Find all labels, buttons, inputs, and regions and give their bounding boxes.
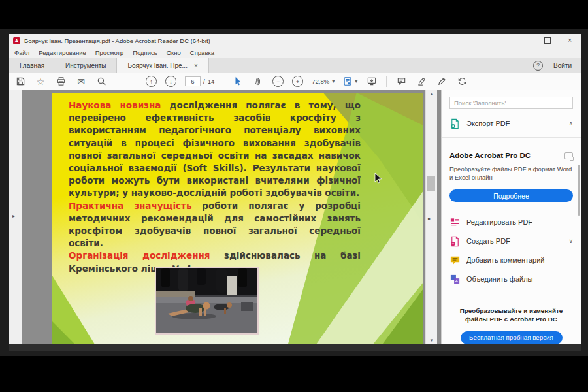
scroll-up-icon[interactable]: ▲ <box>426 92 437 96</box>
create-pdf-label: Создать PDF <box>466 237 510 245</box>
close-button[interactable]: × <box>568 37 572 44</box>
comment-tool-icon[interactable] <box>395 76 407 88</box>
add-comment-item[interactable]: Добавить комментарий <box>449 251 573 270</box>
scroll-down-icon[interactable]: ▼ <box>426 338 437 342</box>
highlight-tool-icon[interactable] <box>416 76 427 88</box>
menu-view[interactable]: Просмотр <box>95 49 123 56</box>
search-icon[interactable] <box>95 76 107 88</box>
edit-pdf-label: Редактировать PDF <box>466 218 532 226</box>
export-pdf-item[interactable]: Экспорт PDF ∧ <box>449 118 573 129</box>
menu-bar: Файл Редактирование Просмотр Подпись Окн… <box>9 47 581 58</box>
star-icon[interactable]: ☆ <box>35 76 46 88</box>
combine-files-item[interactable]: Объединить файлы <box>449 270 573 289</box>
window-bottom-edge <box>9 344 581 351</box>
menu-help[interactable]: Справка <box>190 49 214 56</box>
page-total: 14 <box>208 78 215 85</box>
slide-text-block: Наукова новизна дослідження полягає в то… <box>69 99 361 275</box>
select-tool-icon[interactable] <box>232 76 244 88</box>
combine-files-icon <box>449 274 461 285</box>
chevron-up-icon[interactable]: ∧ <box>568 120 573 127</box>
free-trial-button[interactable]: Бесплатная пробная версия <box>461 331 563 344</box>
zoom-level-value: 72,8% <box>312 78 329 85</box>
chevron-down-icon: ▾ <box>332 78 335 84</box>
promo-description: Преобразуйте файлы PDF в формат Word и E… <box>449 165 573 182</box>
menu-edit[interactable]: Редактирование <box>39 49 86 56</box>
chevron-down-icon: ▾ <box>355 78 357 84</box>
paragraph-scientific-novelty: Наукова новизна дослідження полягає в то… <box>69 99 361 200</box>
acrobat-logo-icon: A <box>13 37 20 44</box>
edit-pdf-item[interactable]: Редактировать PDF <box>449 213 573 232</box>
title-bar: A Боярчук Іван. Презентація.pdf - Adobe … <box>9 34 581 47</box>
combine-files-label: Объединить файлы <box>466 275 533 283</box>
fit-width-icon[interactable] <box>366 76 378 88</box>
next-page-button[interactable]: ↓ <box>165 76 176 87</box>
promo-title: Adobe Acrobat Pro DC <box>449 152 531 159</box>
details-button[interactable]: Подробнее <box>449 189 573 202</box>
zoom-level-dropdown[interactable]: 72,8% ▾ <box>312 78 335 85</box>
page-number-input[interactable]: 6 <box>185 76 201 86</box>
sidebar-scrollbar-thumb[interactable] <box>578 165 580 216</box>
crossfit-photo <box>155 267 259 335</box>
tab-tools[interactable]: Инструменты <box>55 58 116 73</box>
hand-tool-icon[interactable] <box>252 76 264 88</box>
minimize-button[interactable]: – <box>524 37 528 44</box>
menu-window[interactable]: Окно <box>167 49 181 56</box>
export-pdf-label: Экспорт PDF <box>466 120 510 127</box>
create-pdf-item[interactable]: Создать PDF ∨ <box>449 232 573 251</box>
mouse-cursor <box>374 172 383 184</box>
convert-tool-icon[interactable] <box>456 76 468 88</box>
fill-sign-icon[interactable] <box>436 76 448 88</box>
signin-button[interactable]: Войти <box>553 62 572 69</box>
document-scrollbar[interactable]: ▲ ▼ <box>425 90 437 344</box>
acrobat-window: A Боярчук Іван. Презентація.pdf - Adobe … <box>9 34 581 351</box>
pdf-page: Наукова новизна дослідження полягає в то… <box>52 93 423 344</box>
tab-bar: Главная Инструменты Боярчук Іван. Пре...… <box>9 58 581 73</box>
tab-document[interactable]: Боярчук Іван. Пре... × <box>116 58 208 73</box>
tools-sidebar: Экспорт PDF ∧ Adobe Acrobat Pro DC Преоб… <box>441 90 581 344</box>
collapse-panel-icon[interactable]: ▸ <box>428 216 431 221</box>
email-icon[interactable]: ✉ <box>75 76 87 88</box>
page-display-dropdown[interactable]: ▾ <box>343 76 357 86</box>
page-indicator: 6 / 14 <box>185 76 214 86</box>
print-icon[interactable] <box>55 76 67 88</box>
menu-file[interactable]: Файл <box>14 49 29 56</box>
shared-screen-region: A Боярчук Іван. Презентація.pdf - Adobe … <box>0 29 588 356</box>
window-title: Боярчук Іван. Презентація.pdf - Adobe Ac… <box>24 37 210 44</box>
tab-close-icon[interactable]: × <box>194 62 198 69</box>
zoom-out-button[interactable]: − <box>272 76 284 87</box>
paragraph-practical-significance: Практична значущість роботи полягає у ро… <box>69 200 361 250</box>
expand-nav-pane-icon[interactable]: ▸ <box>12 213 15 219</box>
create-pdf-icon <box>449 236 461 247</box>
ad-badge-icon <box>564 152 573 159</box>
add-comment-icon <box>449 255 461 266</box>
navigation-pane-strip[interactable]: ▸ <box>9 90 22 344</box>
help-icon[interactable]: ? <box>533 61 543 71</box>
add-comment-label: Добавить комментарий <box>466 256 544 264</box>
tab-home[interactable]: Главная <box>9 58 55 73</box>
zoom-in-button[interactable]: + <box>292 76 303 87</box>
footer-promo-text: Преобразовывайте и изменяйте файлы PDF с… <box>449 306 573 323</box>
search-tools-input[interactable] <box>449 97 573 109</box>
previous-page-button[interactable]: ↑ <box>146 76 157 87</box>
export-pdf-icon <box>449 118 461 129</box>
document-toolbar: ☆ ✉ ↑ ↓ 6 / 14 <box>9 73 581 90</box>
tab-document-label: Боярчук Іван. Пре... <box>127 62 188 69</box>
edit-pdf-icon <box>449 217 461 228</box>
scrollbar-thumb[interactable] <box>427 176 435 191</box>
chevron-down-icon[interactable]: ∨ <box>568 238 573 244</box>
menu-sign[interactable]: Подпись <box>133 49 157 56</box>
document-view: ▸ Наукова новизна дослідження полягає в … <box>9 90 441 344</box>
maximize-button[interactable] <box>544 37 551 44</box>
save-icon[interactable] <box>14 76 26 88</box>
